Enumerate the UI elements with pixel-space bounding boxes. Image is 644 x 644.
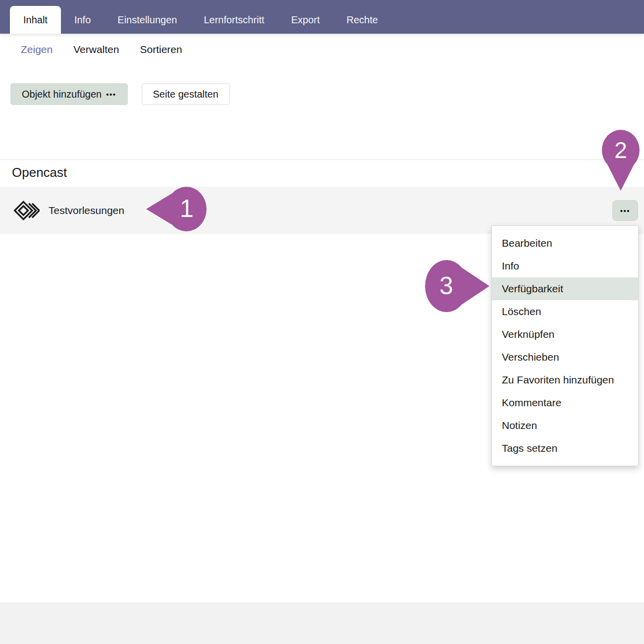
tab-einstellungen[interactable]: Einstellungen [104,6,190,34]
section-title: Opencast [12,165,644,180]
menu-item-notizen[interactable]: Notizen [492,414,638,437]
annotation-marker-2: 2 [602,130,640,191]
marker-number: 2 [602,139,640,161]
ellipsis-icon: ••• [620,207,630,215]
marker-number: 3 [434,273,458,298]
subtab-zeigen[interactable]: Zeigen [21,44,53,55]
menu-item-info[interactable]: Info [492,255,638,277]
subtab-verwalten[interactable]: Verwalten [73,44,119,55]
tab-rechte[interactable]: Rechte [333,6,391,34]
design-page-button[interactable]: Seite gestalten [142,83,230,105]
tab-label: Inhalt [23,14,48,26]
menu-item-kommentare[interactable]: Kommentare [492,391,638,414]
tab-lernfortschritt[interactable]: Lernfortschritt [190,6,277,34]
page: Inhalt Info Einstellungen Lernfortschrit… [0,0,644,644]
item-title-link[interactable]: Testvorlesungen [49,205,124,216]
marker-number: 1 [177,196,197,221]
tab-label: Export [291,14,320,26]
tab-info[interactable]: Info [61,6,104,34]
menu-item-tags-setzen[interactable]: Tags setzen [492,437,638,460]
tab-label: Lernfortschritt [204,14,264,26]
teardrop-left-icon [146,187,207,231]
menu-item-loeschen[interactable]: Löschen [492,300,638,323]
tab-label: Rechte [346,14,377,26]
annotation-marker-1: 1 [146,187,207,231]
tab-export[interactable]: Export [278,6,333,34]
tab-label: Einstellungen [117,14,177,26]
design-page-label: Seite gestalten [153,89,218,100]
opencast-item-icon [14,200,40,221]
add-object-button[interactable]: Objekt hinzufügen ••• [10,83,128,105]
tab-bar: Inhalt Info Einstellungen Lernfortschrit… [0,0,644,34]
page-footer [0,602,644,644]
menu-item-zu-favoriten-hinzufuegen[interactable]: Zu Favoriten hinzufügen [492,369,638,391]
toolbar: Objekt hinzufügen ••• Seite gestalten [10,83,230,105]
add-object-label: Objekt hinzufügen [22,89,102,100]
item-actions-menu: Bearbeiten Info Verfügbarkeit Löschen Ve… [491,225,639,466]
item-actions-button[interactable]: ••• [612,200,638,221]
menu-item-verschieben[interactable]: Verschieben [492,346,638,369]
annotation-marker-3: 3 [425,260,489,312]
opencast-section: Opencast [0,160,644,180]
tab-inhalt[interactable]: Inhalt [10,6,61,34]
sub-tab-bar: Zeigen Verwalten Sortieren [0,34,182,65]
menu-item-bearbeiten[interactable]: Bearbeiten [492,232,638,255]
menu-item-verknuepfen[interactable]: Verknüpfen [492,323,638,346]
subtab-sortieren[interactable]: Sortieren [140,44,182,55]
menu-item-verfuegbarkeit[interactable]: Verfügbarkeit [492,277,638,300]
ellipsis-icon: ••• [106,90,116,99]
tab-label: Info [74,14,91,26]
